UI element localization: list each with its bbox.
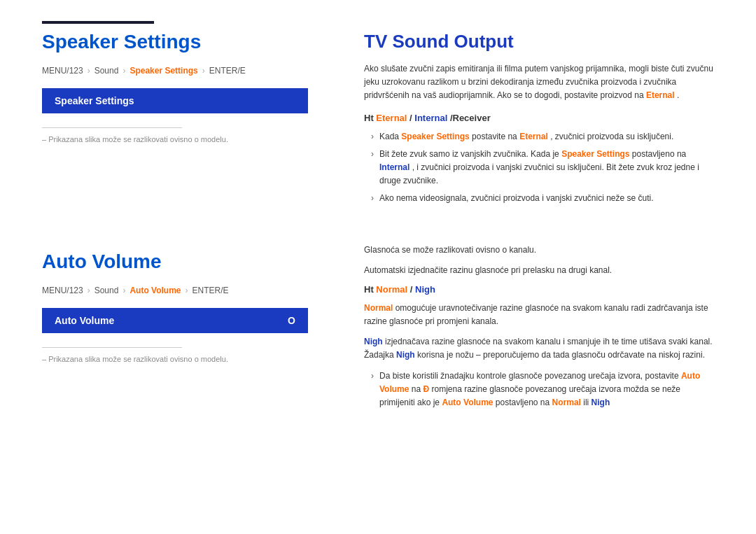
ht-av-label: Ht xyxy=(364,284,374,295)
tv-sound-bullets: Kada Speaker Settings postavite na Etern… xyxy=(364,130,714,206)
speaker-settings-left: Speaker Settings MENU/123 › Sound › Spea… xyxy=(0,24,336,244)
tv-sound-bullet-2: Bit žete zvuk samo iz vanjskih zvučnika.… xyxy=(371,148,714,188)
page-container: Speaker Settings MENU/123 › Sound › Spea… xyxy=(0,0,756,447)
auto-volume-box-label: Auto Volume xyxy=(55,315,114,326)
tv-sound-bullet-1: Kada Speaker Settings postavite na Etern… xyxy=(371,130,714,143)
av-normal-label: Normal xyxy=(364,303,393,313)
av-normal-desc-text: omogućuje uravnotečivanje razine glasnoć… xyxy=(364,303,708,326)
ht-normal-night: Ht Normal / Nigh xyxy=(364,284,714,295)
ht-night: Nigh xyxy=(415,284,435,295)
speaker-divider xyxy=(42,127,182,128)
av-breadcrumb-menu: MENU/123 xyxy=(42,286,83,295)
speaker-settings-box-label: Speaker Settings xyxy=(55,95,134,106)
ht-value2: Internal xyxy=(414,113,447,123)
av-breadcrumb-sep3: › xyxy=(186,286,188,295)
tv-sound-output-right: TV Sound Output Ako slušate zvučni zapis… xyxy=(336,24,756,244)
breadcrumb-sep1: › xyxy=(88,66,90,76)
av-bullet-nigh: Nigh xyxy=(592,398,610,407)
auto-volume-left: Auto Volume MENU/123 › Sound › Auto Volu… xyxy=(0,244,336,448)
speaker-settings-box: Speaker Settings xyxy=(42,88,308,113)
ht-value1: Eternal xyxy=(376,113,407,123)
av-breadcrumb-autovol: Auto Volume xyxy=(130,286,181,295)
auto-volume-divider xyxy=(42,347,182,348)
auto-volume-box-value: O xyxy=(288,315,295,326)
auto-volume-breadcrumb: MENU/123 › Sound › Auto Volume › ENTER/E xyxy=(42,286,308,295)
av-bullet-autovol2: Auto Volume xyxy=(442,398,493,407)
av-glasnoca: Glasnoća se može razlikovati ovisno o ka… xyxy=(364,244,714,257)
av-breadcrumb-sep1: › xyxy=(88,286,90,295)
tv-sound-desc-end: . xyxy=(677,90,679,100)
av-night-bold: Nigh xyxy=(396,350,415,360)
breadcrumb-sound: Sound xyxy=(94,66,119,76)
av-breadcrumb-sep2: › xyxy=(122,286,125,295)
ht-normal: Normal xyxy=(376,284,407,295)
breadcrumb-speaker-settings: Speaker Settings xyxy=(130,66,197,76)
tv-sound-output-title: TV Sound Output xyxy=(364,31,714,52)
av-bullet-normal: Normal xyxy=(552,398,581,407)
speaker-settings-title: Speaker Settings xyxy=(42,31,308,53)
ht-value3: /Receiver xyxy=(450,113,491,123)
av-night-desc: Nigh izjednačava razine glasnoće na svak… xyxy=(364,335,714,362)
auto-volume-right: Glasnoća se može razlikovati ovisno o ka… xyxy=(336,244,756,448)
tv-sound-desc-bold: Eternal xyxy=(646,90,675,100)
av-breadcrumb-sound: Sound xyxy=(94,286,119,295)
ht-label: Ht xyxy=(364,113,374,123)
breadcrumb-sep3: › xyxy=(202,66,205,76)
ht-slash2: / xyxy=(410,284,413,295)
ht-line: Ht Eternal / Internal /Receiver xyxy=(364,113,714,123)
av-automatski: Automatski izjednačite razinu glasnoće p… xyxy=(364,264,714,277)
speaker-breadcrumb: MENU/123 › Sound › Speaker Settings › EN… xyxy=(42,66,308,76)
speaker-section-row: Speaker Settings MENU/123 › Sound › Spea… xyxy=(0,24,756,244)
av-bullet-d: Đ xyxy=(423,384,429,394)
tv-sound-description: Ako slušate zvučni zapis emitiranja ili … xyxy=(364,62,714,103)
av-night-label: Nigh xyxy=(364,337,383,346)
av-breadcrumb-enter: ENTER/E xyxy=(192,286,229,295)
auto-volume-section-row: Auto Volume MENU/123 › Sound › Auto Volu… xyxy=(0,244,756,448)
breadcrumb-menu: MENU/123 xyxy=(42,66,83,76)
av-normal-desc: Normal omogućuje uravnotečivanje razine … xyxy=(364,302,714,328)
av-bullets: Da biste koristili žnadajku kontrole gla… xyxy=(364,370,714,410)
auto-volume-box: Auto Volume O xyxy=(42,308,308,333)
av-night-desc-end: korisna je nožu – preporučujemo da tada … xyxy=(417,350,705,360)
breadcrumb-sep2: › xyxy=(122,66,125,76)
av-bullet-1: Da biste koristili žnadajku kontrole gla… xyxy=(371,370,714,410)
ht-slash: / xyxy=(410,113,412,123)
speaker-note: – Prikazana slika može se razlikovati ov… xyxy=(42,135,308,143)
auto-volume-note: – Prikazana slika može se razlikovati ov… xyxy=(42,355,308,363)
tv-sound-bullet-3: Ako nema videosignala, zvučnici proizvod… xyxy=(371,192,714,205)
auto-volume-title: Auto Volume xyxy=(42,251,308,273)
breadcrumb-enter: ENTER/E xyxy=(209,66,246,76)
